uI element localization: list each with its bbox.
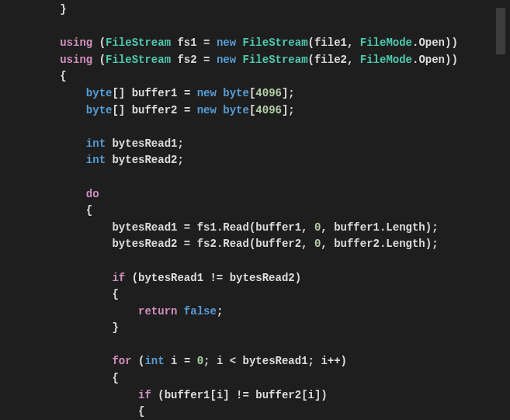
comma: , xyxy=(347,36,353,49)
id-buffer1: buffer1 xyxy=(132,87,178,99)
method-Read: Read xyxy=(223,221,249,234)
num-0: 0 xyxy=(197,355,203,367)
bracket: [ xyxy=(210,389,216,401)
id-file2: file2 xyxy=(314,54,347,66)
keyword-do: do xyxy=(86,188,99,200)
id-buffer2: buffer2 xyxy=(132,104,178,116)
semi: ; xyxy=(308,355,314,367)
keyword-new: new xyxy=(197,104,217,116)
id-fs2: fs2 xyxy=(197,238,217,250)
eq: = xyxy=(184,87,190,99)
keyword-if: if xyxy=(112,272,125,284)
keyword-new: new xyxy=(217,54,236,66)
bracket-empty: [] xyxy=(112,87,125,99)
paren: ( xyxy=(132,272,138,284)
class-FileMode: FileMode xyxy=(360,54,412,66)
keyword-false: false xyxy=(184,305,217,318)
paren: ) xyxy=(425,221,432,234)
class-FileStream: FileStream xyxy=(106,36,171,49)
neq: != xyxy=(210,272,223,284)
paren: ( xyxy=(308,36,314,49)
member-Open: Open xyxy=(418,54,445,66)
id-i: i xyxy=(321,355,327,367)
comma: , xyxy=(301,238,307,250)
paren: ( xyxy=(308,54,314,66)
bracket-empty: [] xyxy=(112,104,125,116)
member-Length: Length xyxy=(386,238,425,250)
neq: != xyxy=(236,389,249,401)
open-brace: { xyxy=(138,405,144,418)
open-brace: { xyxy=(86,204,92,217)
class-FileStream: FileStream xyxy=(243,54,308,66)
bracket: ] xyxy=(223,389,229,401)
class-FileMode: FileMode xyxy=(360,36,412,49)
id-i: i xyxy=(171,355,177,367)
keyword-int: int xyxy=(86,154,106,166)
id-buffer1: buffer1 xyxy=(334,221,380,234)
source-code[interactable]: } using (FileStream fs1 = new FileStream… xyxy=(0,0,495,420)
semi: ; xyxy=(432,238,438,250)
comma: , xyxy=(321,221,327,234)
keyword-byte: byte xyxy=(223,104,249,116)
eq: = xyxy=(184,221,190,234)
paren: ) xyxy=(425,238,432,250)
paren: ) xyxy=(451,36,457,49)
id-buffer2: buffer2 xyxy=(255,389,301,401)
comma: , xyxy=(301,221,307,234)
id-bytesRead1: bytesRead1 xyxy=(112,137,177,150)
member-Length: Length xyxy=(386,221,425,234)
eq: = xyxy=(184,104,190,116)
num-4096: 4096 xyxy=(255,87,282,99)
close-brace: } xyxy=(112,321,118,334)
id-bytesRead1: bytesRead1 xyxy=(138,272,203,284)
paren: ) xyxy=(295,272,301,284)
id-bytesRead2: bytesRead2 xyxy=(112,238,177,250)
semi: ; xyxy=(177,137,183,150)
semi: ; xyxy=(432,221,438,234)
id-buffer1: buffer1 xyxy=(165,389,210,401)
class-FileStream: FileStream xyxy=(243,36,308,49)
keyword-int: int xyxy=(144,355,164,367)
close-brace: } xyxy=(60,3,66,16)
eq: = xyxy=(203,36,210,49)
id-file1: file1 xyxy=(314,36,347,49)
lt: < xyxy=(230,355,236,367)
bracket: [ xyxy=(301,389,307,401)
keyword-new: new xyxy=(197,87,217,99)
paren: ( xyxy=(158,389,164,401)
keyword-byte: byte xyxy=(86,87,113,99)
scrollbar-thumb[interactable] xyxy=(496,8,505,54)
comma: , xyxy=(347,54,353,66)
keyword-new: new xyxy=(217,36,236,49)
id-i: i xyxy=(217,355,223,367)
paren: ( xyxy=(99,36,106,49)
id-buffer2: buffer2 xyxy=(334,238,380,250)
pp: ++ xyxy=(328,355,341,367)
eq: = xyxy=(184,238,190,250)
semi: ; xyxy=(203,355,210,367)
member-Open: Open xyxy=(418,36,445,49)
id-bytesRead2: bytesRead2 xyxy=(112,154,177,166)
semi: ; xyxy=(217,305,223,318)
id-fs1: fs1 xyxy=(197,221,217,234)
class-FileStream: FileStream xyxy=(106,54,171,66)
keyword-byte: byte xyxy=(86,104,113,116)
paren: ) xyxy=(341,355,347,367)
code-content[interactable]: } using (FileStream fs1 = new FileStream… xyxy=(0,0,495,420)
semi: ; xyxy=(177,154,183,166)
open-brace: { xyxy=(60,70,66,82)
num-4096: 4096 xyxy=(255,104,282,116)
id-fs2: fs2 xyxy=(177,54,196,66)
paren: ) xyxy=(451,54,457,66)
keyword-byte: byte xyxy=(223,87,249,99)
comma: , xyxy=(321,238,327,250)
id-bytesRead1: bytesRead1 xyxy=(112,221,177,234)
code-editor[interactable]: } using (FileStream fs1 = new FileStream… xyxy=(0,0,510,420)
id-fs1: fs1 xyxy=(177,36,196,49)
method-Read: Read xyxy=(223,238,249,250)
eq: = xyxy=(203,54,210,66)
paren: ( xyxy=(99,54,106,66)
open-brace: { xyxy=(112,372,118,384)
paren: ) xyxy=(321,389,327,401)
vertical-scrollbar[interactable] xyxy=(495,0,506,420)
